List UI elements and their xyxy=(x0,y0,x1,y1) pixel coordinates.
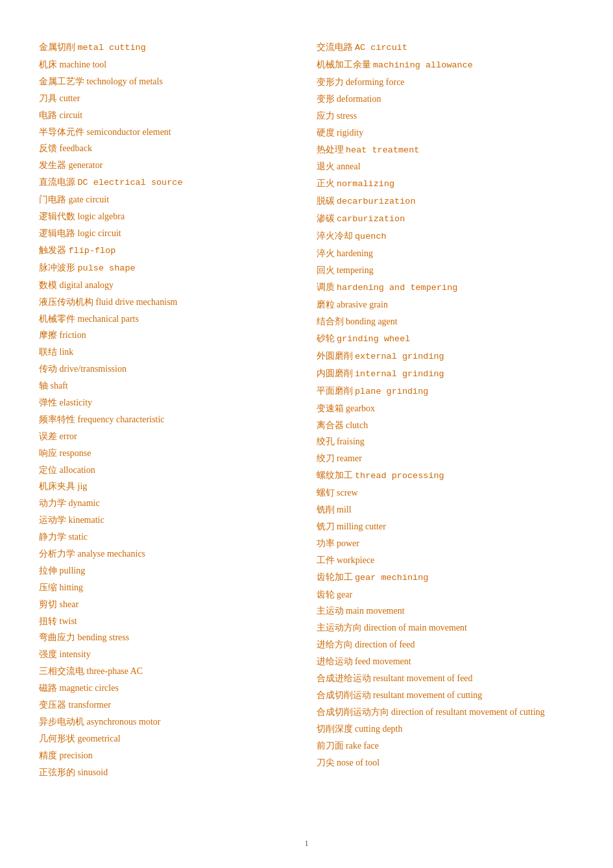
term-en: logic circuit xyxy=(78,228,121,238)
term-zh: 定位 xyxy=(39,465,60,475)
term-line: 机床夹具 jig xyxy=(39,478,297,495)
term-zh: 前刀面 xyxy=(317,741,346,751)
term-en: logic algebra xyxy=(78,211,125,221)
term-zh: 联结 xyxy=(39,347,60,357)
term-zh: 正弦形的 xyxy=(39,767,78,777)
term-line: 绞刀 reamer xyxy=(317,450,575,467)
term-en: deformation xyxy=(337,94,381,104)
term-zh: 切削深度 xyxy=(317,724,355,734)
term-zh: 合成切削运动 xyxy=(317,690,374,700)
term-en: feedback xyxy=(60,143,93,153)
term-line: 离合器 clutch xyxy=(317,417,575,434)
term-line: 砂轮 grinding wheel xyxy=(317,330,575,348)
term-en: feed movement xyxy=(355,657,411,666)
term-en: response xyxy=(60,448,91,458)
term-en: resultant movement of feed xyxy=(373,673,473,683)
term-zh: 交流电路 xyxy=(317,42,355,52)
term-line: 进给运动 feed movement xyxy=(317,653,575,670)
term-line: 退火 anneal xyxy=(317,158,575,175)
term-zh: 异步电动机 xyxy=(39,717,87,727)
term-en: asynchronous motor xyxy=(87,717,161,727)
term-zh: 应力 xyxy=(317,111,337,121)
term-line: 强度 intensity xyxy=(39,646,297,663)
term-line: 应力 stress xyxy=(317,108,575,125)
term-zh: 热处理 xyxy=(317,145,346,154)
term-line: 螺纹加工 thread processing xyxy=(317,467,575,485)
term-line: 金属工艺学 technology of metals xyxy=(39,73,297,90)
term-en: frequency characteristic xyxy=(78,415,165,424)
term-line: 分析力学 analyse mechanics xyxy=(39,546,297,562)
term-en: bonding agent xyxy=(346,317,398,326)
term-zh: 压缩 xyxy=(39,583,60,592)
term-en: pulling xyxy=(60,566,86,575)
term-zh: 正火 xyxy=(317,178,337,188)
term-en: semiconductor element xyxy=(87,127,171,137)
term-zh: 回火 xyxy=(317,265,337,275)
term-zh: 进给运动 xyxy=(317,657,355,666)
term-zh: 直流电源 xyxy=(39,177,78,187)
term-line: 变形 deformation xyxy=(317,91,575,108)
term-zh: 脱碳 xyxy=(317,196,337,206)
term-en: milling cutter xyxy=(337,522,386,531)
term-en: internal grinding xyxy=(355,369,444,379)
term-line: 机械加工余量 machining allowance xyxy=(317,56,575,74)
term-en: link xyxy=(60,347,74,357)
term-zh: 剪切 xyxy=(39,599,60,609)
page-container: 金属切削 metal cutting机床 machine tool金属工艺学 t… xyxy=(0,0,613,868)
term-zh: 铣削 xyxy=(317,505,337,514)
term-en: pulse shape xyxy=(78,263,136,273)
term-en: three-phase AC xyxy=(87,666,143,676)
term-zh: 传动 xyxy=(39,364,60,374)
term-zh: 精度 xyxy=(39,751,60,760)
term-zh: 机床夹具 xyxy=(39,481,78,491)
term-en: stress xyxy=(337,111,357,121)
term-line: 数模 digital analogy xyxy=(39,277,297,294)
term-en: tempering xyxy=(337,265,374,275)
term-line: 拉伸 pulling xyxy=(39,562,297,579)
term-en: power xyxy=(337,538,359,548)
term-en: normalizing xyxy=(337,179,394,189)
page-number: 1 xyxy=(304,838,309,849)
term-en: digital analogy xyxy=(60,280,114,290)
term-zh: 频率特性 xyxy=(39,415,78,424)
term-en: bending stress xyxy=(78,633,130,642)
term-en: transformer xyxy=(69,700,111,710)
term-zh: 摩擦 xyxy=(39,330,60,340)
term-zh: 结合剂 xyxy=(317,317,346,326)
term-zh: 机床 xyxy=(39,60,60,69)
term-zh: 齿轮加工 xyxy=(317,572,355,582)
term-line: 功率 power xyxy=(317,535,575,552)
term-en: mill xyxy=(337,505,352,514)
term-zh: 磁路 xyxy=(39,683,60,693)
term-zh: 变形 xyxy=(317,94,337,104)
term-zh: 功率 xyxy=(317,538,337,548)
term-en: gearbox xyxy=(346,404,375,413)
term-line: 动力学 dynamic xyxy=(39,495,297,512)
term-line: 逻辑电路 logic circuit xyxy=(39,225,297,242)
term-line: 异步电动机 asynchronous motor xyxy=(39,714,297,730)
term-line: 刀尖 nose of tool xyxy=(317,754,575,771)
term-en: AC circuit xyxy=(355,43,407,53)
term-en: magnetic circles xyxy=(60,683,119,693)
term-line: 机床 machine tool xyxy=(39,56,297,73)
term-zh: 弯曲应力 xyxy=(39,633,78,642)
term-line: 调质 hardening and tempering xyxy=(317,279,575,296)
term-en: abrasive grain xyxy=(337,300,388,309)
term-zh: 磨粒 xyxy=(317,300,337,309)
term-line: 金属切削 metal cutting xyxy=(39,39,297,56)
term-line: 反馈 feedback xyxy=(39,140,297,157)
term-en: quench xyxy=(355,232,387,241)
term-line: 合成切削运动方向 direction of resultant movement… xyxy=(317,704,575,721)
term-zh: 平面磨削 xyxy=(317,386,355,396)
term-zh: 轴 xyxy=(39,381,51,391)
term-en: cutter xyxy=(60,93,80,103)
term-line: 绞孔 fraising xyxy=(317,433,575,450)
term-zh: 退火 xyxy=(317,162,337,171)
term-zh: 进给方向 xyxy=(317,640,355,649)
term-en: friction xyxy=(60,330,86,340)
term-line: 正弦形的 sinusoid xyxy=(39,764,297,781)
term-zh: 淬火 xyxy=(317,248,337,258)
left-column: 金属切削 metal cutting机床 machine tool金属工艺学 t… xyxy=(39,39,310,781)
term-en: precision xyxy=(60,751,93,760)
term-zh: 内圆磨削 xyxy=(317,368,355,378)
